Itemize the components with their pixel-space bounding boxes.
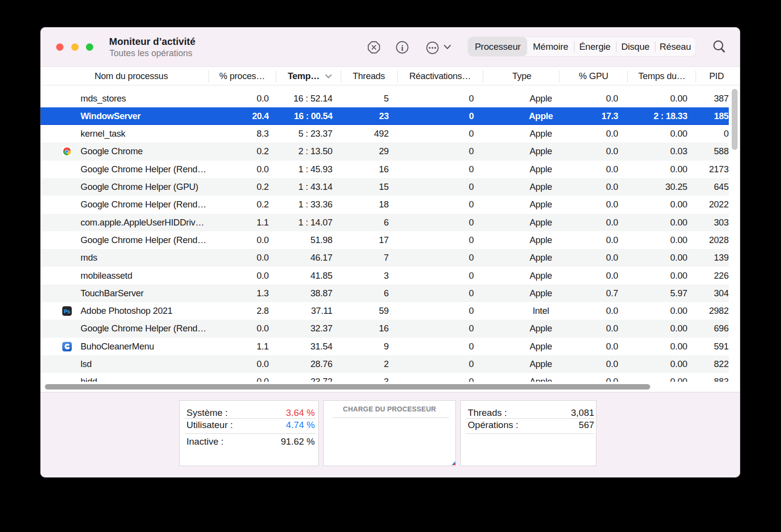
svg-text:i: i: [401, 43, 404, 53]
svg-text:Ps: Ps: [64, 308, 70, 314]
